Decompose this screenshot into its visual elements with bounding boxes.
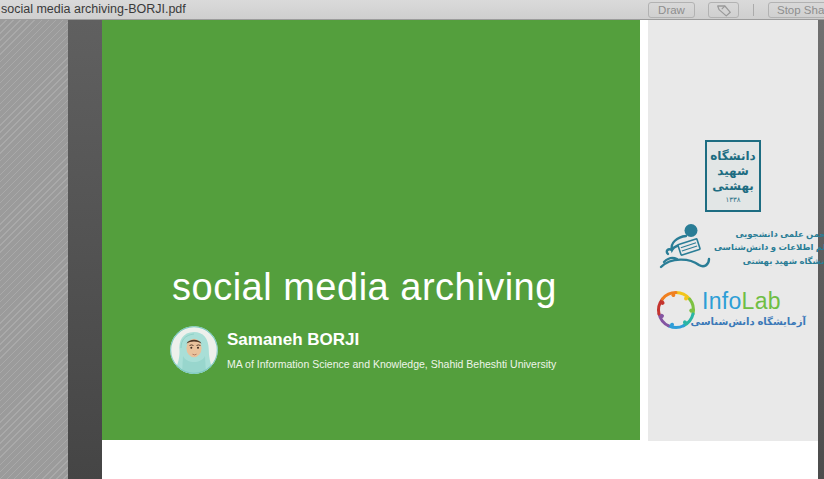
slide-main-area: social media archiving [102,20,640,440]
association-reader-figure-icon [656,221,714,275]
toolbar-divider [753,4,754,16]
slide-logo-panel: دانشگاه شهید بهشتی ۱۳۳۸ [648,20,818,441]
draw-button[interactable]: Draw [648,2,695,18]
association-logo-text: انجمن علمی دانشجویی علم اطلاعات و دانش‌ش… [714,228,824,268]
title-slide: social media archiving [102,20,818,440]
association-line2: علم اطلاعات و دانش‌شناسی [714,241,824,254]
document-title: social media archiving-BORJI.pdf [1,2,186,16]
shared-screen: social media archiving-BORJI.pdf Draw St… [0,0,824,479]
pdf-page: social media archiving [102,20,818,479]
slide-divider-stripe [640,20,648,440]
infolab-logo: InfoLab آزمایشگاه دانش‌شناسی [652,286,814,336]
author-affiliation: MA of Information Science and Knowledge,… [227,358,556,370]
infolab-wordmark: InfoLab [702,288,781,315]
association-line1: انجمن علمی دانشجویی [714,228,824,241]
title-bar: social media archiving-BORJI.pdf Draw St… [0,0,824,20]
left-hatched-backdrop [0,20,68,479]
left-panel-edge [68,20,102,479]
stop-share-button[interactable]: Stop Sha [768,2,824,18]
infolab-subtitle: آزمایشگاه دانش‌شناسی [702,316,806,327]
sbu-seal-year: ۱۳۳۸ [725,196,740,204]
student-association-logo: انجمن علمی دانشجویی علم اطلاعات و دانش‌ش… [656,220,812,276]
infolab-word-lab: Lab [742,288,781,314]
sbu-university-seal-logo: دانشگاه شهید بهشتی ۱۳۳۸ [705,140,761,212]
author-name: Samaneh BORJI [227,330,359,350]
association-line3: دانشگاه شهید بهشتی [714,255,824,268]
infolab-word-info: Info [702,288,742,314]
author-avatar [170,326,218,374]
slide-title: social media archiving [172,266,632,309]
sbu-seal-calligraphy: دانشگاه شهید بهشتی [709,149,757,194]
pen-annotate-button[interactable] [708,2,739,18]
pen-icon [709,4,738,17]
